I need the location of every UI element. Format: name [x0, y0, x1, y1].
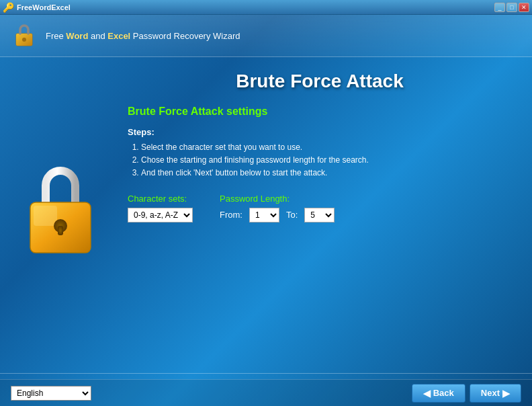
nav-buttons: ◀ Back Next ▶ — [412, 384, 521, 403]
svg-point-2 — [22, 38, 26, 42]
from-to-row: From: 1 2 3 4 5 To: 1 2 3 — [220, 208, 335, 222]
minimize-button[interactable]: _ — [494, 3, 505, 12]
header-free: Free — [46, 31, 66, 41]
svg-rect-4 — [34, 206, 57, 226]
back-button[interactable]: ◀ Back — [412, 384, 466, 403]
charset-group: Character sets: 0-9, a-z, A-Z 0-9 a-z A-… — [128, 194, 193, 222]
right-panel: Brute Force Attack Brute Force Attack se… — [121, 57, 532, 368]
from-label: From: — [220, 210, 242, 220]
header-title: Free Word and Excel Password Recovery Wi… — [46, 31, 240, 41]
separator — [0, 373, 532, 374]
main-container: Free Word and Excel Password Recovery Wi… — [0, 15, 532, 406]
header-lock-icon — [11, 20, 38, 51]
svg-rect-6 — [58, 226, 63, 235]
step-3: And then click 'Next' button below to st… — [141, 167, 512, 179]
content-area: Brute Force Attack Brute Force Attack se… — [0, 57, 532, 368]
charset-label: Character sets: — [128, 194, 193, 204]
section-title: Brute Force Attack settings — [128, 106, 512, 118]
from-select[interactable]: 1 2 3 4 5 — [249, 208, 279, 222]
header-excel: Excel — [107, 31, 130, 41]
titlebar: 🔑 FreeWordExcel _ □ ✕ — [0, 0, 532, 15]
next-button[interactable]: Next ▶ — [470, 384, 521, 403]
titlebar-controls: _ □ ✕ — [494, 3, 529, 12]
steps-list: Select the character set that you want t… — [128, 141, 512, 180]
back-arrow-icon: ◀ — [423, 388, 431, 399]
page-title: Brute Force Attack — [128, 71, 512, 92]
password-length-label: Password Length: — [220, 194, 335, 204]
next-arrow-icon: ▶ — [502, 388, 510, 399]
close-button[interactable]: ✕ — [519, 3, 529, 12]
step-1: Select the character set that you want t… — [141, 141, 512, 154]
language-select[interactable]: English Deutsch Français Español — [11, 386, 91, 401]
bottom-bar: English Deutsch Français Español ◀ Back … — [0, 379, 532, 406]
steps-label: Steps: — [128, 127, 512, 137]
titlebar-left: 🔑 FreeWordExcel — [3, 2, 71, 13]
header-suffix: Password Recovery Wizard — [130, 31, 240, 41]
app-title: FreeWordExcel — [17, 3, 71, 11]
to-select[interactable]: 1 2 3 4 5 6 7 8 — [304, 208, 335, 222]
settings-row: Character sets: 0-9, a-z, A-Z 0-9 a-z A-… — [128, 194, 512, 222]
maximize-button[interactable]: □ — [506, 3, 517, 12]
password-length-group: Password Length: From: 1 2 3 4 5 To: 1 — [220, 194, 335, 222]
header-word: Word — [66, 31, 88, 41]
header-bar: Free Word and Excel Password Recovery Wi… — [0, 15, 532, 57]
step-2: Chose the starting and finishing passwor… — [141, 154, 512, 167]
charset-select[interactable]: 0-9, a-z, A-Z 0-9 a-z A-Z a-z, A-Z All p… — [128, 208, 193, 222]
to-label: To: — [286, 210, 298, 220]
left-panel — [0, 57, 121, 368]
back-label: Back — [433, 388, 454, 398]
language-select-wrap: English Deutsch Français Español — [11, 386, 91, 401]
padlock-large-icon — [20, 162, 101, 263]
app-icon: 🔑 — [3, 2, 14, 13]
next-label: Next — [481, 388, 500, 398]
header-and: and — [88, 31, 107, 41]
